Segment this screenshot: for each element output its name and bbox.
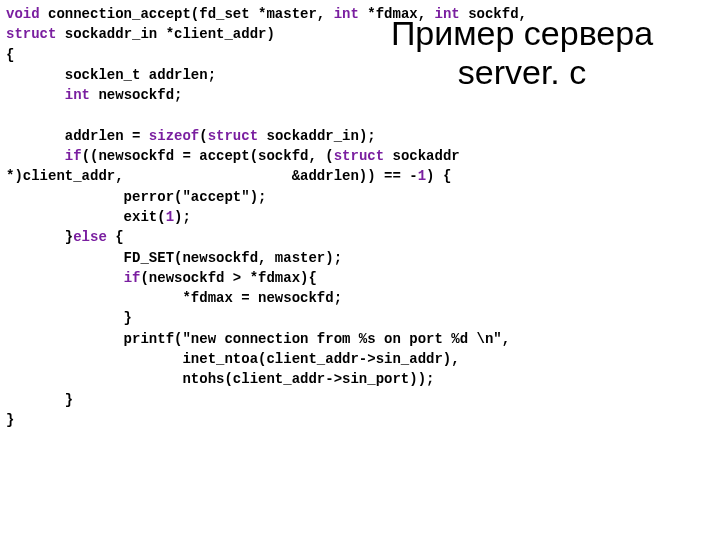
title-line-2: server. c xyxy=(342,53,702,92)
code-text: } xyxy=(6,412,14,428)
code-text: exit( xyxy=(6,209,166,225)
keyword-struct: struct xyxy=(6,26,56,42)
code-text: ( xyxy=(199,128,207,144)
code-text: FD_SET(newsockfd, master); xyxy=(6,250,342,266)
code-text: newsockfd; xyxy=(90,87,182,103)
code-text: *)client_addr, &addrlen)) == - xyxy=(6,168,418,184)
slide-title: Пример сервера server. c xyxy=(342,14,702,92)
code-text: ); xyxy=(174,209,191,225)
code-text: socklen_t addrlen; xyxy=(6,67,216,83)
code-text: inet_ntoa(client_addr->sin_addr), xyxy=(6,351,460,367)
code-text: } xyxy=(6,229,73,245)
keyword-void: void xyxy=(6,6,40,22)
keyword-int: int xyxy=(65,87,90,103)
literal-1: 1 xyxy=(418,168,426,184)
slide: void connection_accept(fd_set *master, i… xyxy=(0,0,720,540)
code-text: *fdmax = newsockfd; xyxy=(6,290,342,306)
code-text: printf("new connection from %s on port %… xyxy=(6,331,510,347)
code-text xyxy=(6,148,65,164)
code-text: (newsockfd > *fdmax){ xyxy=(140,270,316,286)
keyword-if: if xyxy=(65,148,82,164)
literal-1: 1 xyxy=(166,209,174,225)
code-text: sockaddr xyxy=(384,148,460,164)
code-text: sockaddr_in *client_addr) xyxy=(56,26,274,42)
code-text: { xyxy=(107,229,124,245)
code-text xyxy=(6,270,124,286)
code-text xyxy=(6,87,65,103)
code-text: { xyxy=(6,47,14,63)
title-line-1: Пример сервера xyxy=(342,14,702,53)
code-text: connection_accept(fd_set *master, xyxy=(40,6,334,22)
code-text: perror("accept"); xyxy=(6,189,266,205)
code-text: sockaddr_in); xyxy=(258,128,376,144)
code-text: ) { xyxy=(426,168,451,184)
keyword-struct: struct xyxy=(208,128,258,144)
keyword-else: else xyxy=(73,229,107,245)
code-text: ntohs(client_addr->sin_port)); xyxy=(6,371,434,387)
code-text: ((newsockfd = accept(sockfd, ( xyxy=(82,148,334,164)
code-text: } xyxy=(6,392,73,408)
keyword-if: if xyxy=(124,270,141,286)
code-text: } xyxy=(6,310,132,326)
keyword-struct: struct xyxy=(334,148,384,164)
keyword-sizeof: sizeof xyxy=(149,128,199,144)
code-text: addrlen = xyxy=(6,128,149,144)
